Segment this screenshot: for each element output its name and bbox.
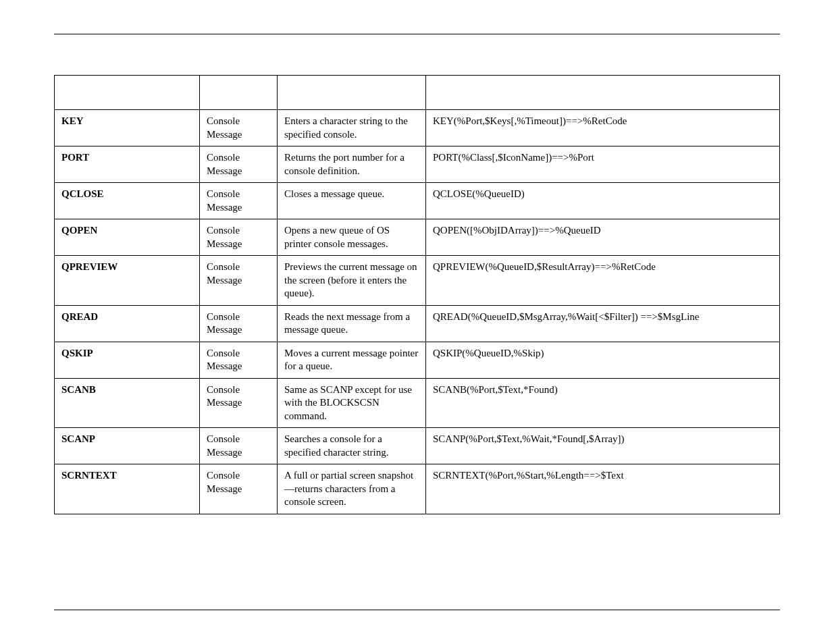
cell-desc: Closes a message queue. (278, 183, 426, 219)
table-header-row (55, 76, 780, 110)
cell-name: KEY (55, 110, 200, 146)
th-type (200, 76, 278, 110)
cell-type: Console Message (200, 183, 278, 219)
bottom-rule (54, 610, 780, 610)
cell-desc: A full or partial screen snapshot—return… (278, 464, 426, 514)
cell-syntax: QPREVIEW(%QueueID,$ResultArray)==>%RetCo… (426, 256, 780, 306)
cell-name: PORT (55, 146, 200, 183)
cell-desc: Previews the current message on the scre… (278, 256, 426, 306)
table-row: QSKIPConsole MessageMoves a current mess… (55, 342, 780, 378)
cell-syntax: PORT(%Class[,$IconName])==>%Port (426, 146, 780, 183)
cell-type: Console Message (200, 219, 278, 256)
cell-name: SCANP (55, 428, 200, 464)
top-rule (54, 34, 780, 34)
cell-desc: Searches a console for a specified chara… (278, 428, 426, 464)
cell-desc: Opens a new queue of OS printer console … (278, 219, 426, 256)
table-row: QOPENConsole MessageOpens a new queue of… (55, 219, 780, 256)
table-row: PORTConsole MessageReturns the port numb… (55, 146, 780, 183)
cell-name: SCANB (55, 378, 200, 428)
table-row: QPREVIEWConsole MessagePreviews the curr… (55, 256, 780, 306)
table-row: SCRNTEXTConsole MessageA full or partial… (55, 464, 780, 514)
cell-name: QPREVIEW (55, 256, 200, 306)
th-desc (278, 76, 426, 110)
cell-desc: Returns the port number for a console de… (278, 146, 426, 183)
cell-type: Console Message (200, 378, 278, 428)
table-row: SCANBConsole MessageSame as SCANP except… (55, 378, 780, 428)
cell-syntax: SCRNTEXT(%Port,%Start,%Length==>$Text (426, 464, 780, 514)
cell-desc: Same as SCANP except for use with the BL… (278, 378, 426, 428)
cell-syntax: QSKIP(%QueueID,%Skip) (426, 342, 780, 378)
cell-syntax: SCANB(%Port,$Text,*Found) (426, 378, 780, 428)
cell-syntax: QOPEN([%ObjIDArray])==>%QueueID (426, 219, 780, 256)
cell-type: Console Message (200, 464, 278, 514)
cell-name: SCRNTEXT (55, 464, 200, 514)
cell-name: QSKIP (55, 342, 200, 378)
table-row: QREADConsole MessageReads the next messa… (55, 305, 780, 342)
cell-syntax: QCLOSE(%QueueID) (426, 183, 780, 219)
cell-type: Console Message (200, 305, 278, 342)
table-row: SCANPConsole MessageSearches a console f… (55, 428, 780, 464)
cell-syntax: QREAD(%QueueID,$MsgArray,%Wait[<$Filter]… (426, 305, 780, 342)
cell-name: QOPEN (55, 219, 200, 256)
cell-desc: Reads the next message from a message qu… (278, 305, 426, 342)
cell-type: Console Message (200, 428, 278, 464)
table-row: KEYConsole MessageEnters a character str… (55, 110, 780, 146)
cell-name: QCLOSE (55, 183, 200, 219)
cell-type: Console Message (200, 110, 278, 146)
cell-type: Console Message (200, 146, 278, 183)
th-name (55, 76, 200, 110)
cell-desc: Moves a current message pointer for a qu… (278, 342, 426, 378)
cell-syntax: SCANP(%Port,$Text,%Wait,*Found[,$Array]) (426, 428, 780, 464)
th-syntax (426, 76, 780, 110)
cell-type: Console Message (200, 342, 278, 378)
functions-table: KEYConsole MessageEnters a character str… (54, 75, 780, 514)
cell-syntax: KEY(%Port,$Keys[,%Timeout])==>%RetCode (426, 110, 780, 146)
cell-desc: Enters a character string to the specifi… (278, 110, 426, 146)
cell-name: QREAD (55, 305, 200, 342)
cell-type: Console Message (200, 256, 278, 306)
document-page: KEYConsole MessageEnters a character str… (0, 0, 834, 644)
table-row: QCLOSEConsole MessageCloses a message qu… (55, 183, 780, 219)
